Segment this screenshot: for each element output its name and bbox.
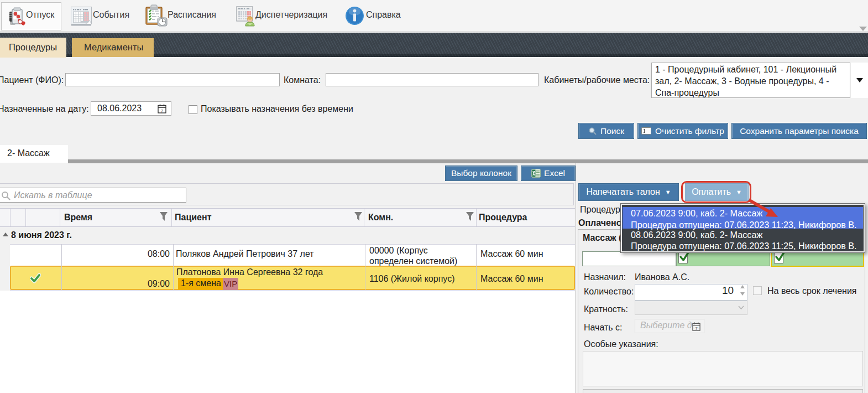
svg-text:7: 7	[695, 326, 697, 331]
svg-text:7: 7	[161, 108, 164, 113]
